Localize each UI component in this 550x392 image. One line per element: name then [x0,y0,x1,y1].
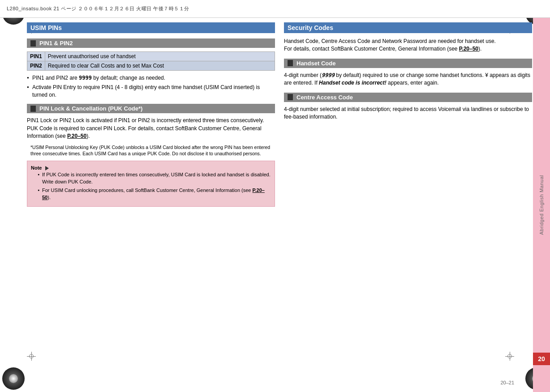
handset-code-body: 4-digit number (9999 by default) require… [284,72,532,87]
accent-bar-4 [288,94,293,100]
right-column: Security Codes Handset Code, Centre Acce… [284,18,532,365]
accent-bar-2 [30,106,36,112]
centre-access-subsection-header: Centre Access Code [284,93,532,102]
bullet-item: Activate PIN Entry to require PIN1 (4 - … [27,84,275,99]
note-label: Note [31,165,42,170]
usim-pins-header: USIM PINs [27,22,275,33]
pin-lock-body: PIN1 Lock or PIN2 Lock is activated if P… [27,117,275,140]
accent-bar-3 [288,60,293,66]
security-codes-intro: Handset Code, Centre Access Code and Net… [284,38,532,53]
handset-code-subsection-header: Handset Code [284,59,532,68]
security-codes-header: Security Codes [284,22,532,33]
table-row: PIN2 Required to clear Call Costs and to… [27,61,275,71]
note-item: If PUK Code is incorrectly entered ten t… [38,171,271,185]
accent-bar [30,40,36,47]
note-item: For USIM Card unlocking procedures, call… [38,187,271,201]
pin1-description: Prevent unauthorised use of handset [45,52,275,61]
pin1-pin2-subsection-header: PIN1 & PIN2 [27,38,275,48]
pin-bullet-list: PIN1 and PIN2 are 9999 by default; chang… [27,74,275,98]
page-number-box: 20 [533,353,550,365]
top-header: L280_insatsu.book 21 ページ ２００６年１２月２６日 火曜日… [0,0,550,18]
table-row: PIN1 Prevent unauthorised use of handset [27,52,275,61]
columns-layout: USIM PINs PIN1 & PIN2 PIN1 Prevent unaut… [27,18,532,365]
left-column: USIM PINs PIN1 & PIN2 PIN1 Prevent unaut… [27,18,275,365]
note-list: If PUK Code is incorrectly entered ten t… [31,171,271,201]
centre-access-body: 4-digit number selected at initial subsc… [284,106,532,121]
pin-table: PIN1 Prevent unauthorised use of handset… [27,51,275,71]
sidebar-text: Abridged English Manual [539,175,544,235]
pin2-description: Required to clear Call Costs and to set … [45,61,275,71]
asterisk-note: *USIM Personal Unblocking Key (PUK Code)… [27,144,275,157]
note-triangle-icon [45,166,49,170]
bullet-item: PIN1 and PIN2 are 9999 by default; chang… [27,74,275,82]
page-number: 20 [538,355,545,362]
bottom-page-ref: 20–21 [500,380,514,385]
corner-decoration-bl [2,367,25,390]
pin1-label: PIN1 [27,52,45,61]
sidebar-panel: Abridged English Manual [533,18,550,392]
note-box: Note If PUK Code is incorrectly entered … [27,161,275,207]
content-area: USIM PINs PIN1 & PIN2 PIN1 Prevent unaut… [27,18,532,365]
pin-lock-subsection-header: PIN Lock & Cancellation (PUK Code*) [27,104,275,113]
pin2-label: PIN2 [27,61,45,71]
header-text: L280_insatsu.book 21 ページ ２００６年１２月２６日 火曜日… [7,5,189,12]
